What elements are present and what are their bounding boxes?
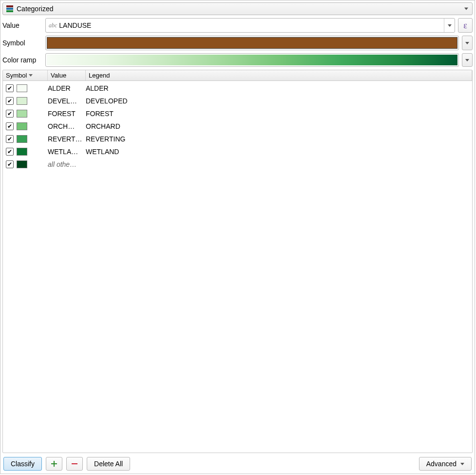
remove-button[interactable] [66, 457, 83, 471]
category-swatch[interactable] [17, 84, 27, 92]
symbol-swatch-button[interactable] [45, 36, 459, 50]
visibility-checkbox[interactable]: ✔ [6, 122, 14, 130]
expression-button[interactable]: ε [458, 18, 473, 33]
category-swatch[interactable] [17, 160, 27, 168]
symbology-panel: Categorized Value abc LANDUSE ε Symbol C… [0, 0, 475, 474]
category-legend[interactable]: ALDER [86, 84, 472, 92]
renderer-mode-dropdown[interactable]: Categorized [2, 2, 473, 15]
add-button[interactable] [46, 457, 62, 471]
table-row[interactable]: ✔WETLA…WETLAND [3, 145, 472, 158]
header-legend[interactable]: Legend [86, 70, 472, 80]
category-swatch[interactable] [17, 122, 27, 130]
delete-all-button[interactable]: Delete All [87, 457, 130, 471]
colorramp-label: Color ramp [2, 56, 42, 64]
category-value[interactable]: ORCH… [48, 122, 86, 130]
category-legend[interactable]: DEVELOPED [86, 97, 472, 105]
category-legend[interactable]: FOREST [86, 110, 472, 118]
sort-indicator-icon [29, 74, 33, 77]
category-swatch[interactable] [17, 135, 27, 143]
chevron-down-icon[interactable] [444, 19, 455, 32]
table-header: Symbol Value Legend [3, 70, 472, 81]
visibility-checkbox[interactable]: ✔ [6, 135, 14, 143]
category-value[interactable]: WETLA… [48, 148, 86, 156]
category-value[interactable]: ALDER [48, 84, 86, 92]
visibility-checkbox[interactable]: ✔ [6, 84, 14, 92]
chevron-down-icon [460, 463, 464, 465]
category-value[interactable]: FOREST [48, 110, 86, 118]
symbol-label: Symbol [2, 39, 42, 47]
category-legend[interactable]: ORCHARD [86, 122, 472, 130]
svg-rect-0 [6, 5, 13, 7]
colorramp-options-dropdown[interactable] [462, 53, 473, 67]
value-field-text: LANDUSE [59, 21, 444, 29]
symbol-color-preview [47, 37, 457, 49]
header-symbol[interactable]: Symbol [3, 70, 48, 80]
svg-rect-2 [6, 10, 13, 12]
value-row: Value abc LANDUSE ε [2, 18, 473, 33]
symbol-options-dropdown[interactable] [462, 36, 473, 50]
category-value[interactable]: DEVEL… [48, 97, 86, 105]
category-legend[interactable]: REVERTING [86, 135, 472, 143]
chevron-down-icon [464, 8, 468, 10]
table-body: ✔ALDERALDER✔DEVEL…DEVELOPED✔FORESTFOREST… [3, 81, 472, 453]
category-swatch[interactable] [17, 110, 27, 118]
table-row[interactable]: ✔ALDERALDER [3, 82, 472, 95]
table-row[interactable]: ✔all othe… [3, 158, 472, 171]
category-value[interactable]: all othe… [48, 160, 86, 168]
colorramp-button[interactable] [45, 53, 459, 67]
category-legend[interactable]: WETLAND [86, 148, 472, 156]
value-label: Value [2, 21, 42, 29]
table-row[interactable]: ✔REVERT…REVERTING [3, 133, 472, 145]
svg-rect-1 [6, 8, 13, 10]
category-value[interactable]: REVERT… [48, 135, 86, 143]
classify-button[interactable]: Classify [3, 457, 42, 471]
table-row[interactable]: ✔DEVEL…DEVELOPED [3, 95, 472, 107]
visibility-checkbox[interactable]: ✔ [6, 160, 14, 168]
renderer-mode-label: Categorized [17, 5, 54, 13]
categories-table: Symbol Value Legend ✔ALDERALDER✔DEVEL…DE… [2, 70, 473, 453]
category-swatch[interactable] [17, 148, 27, 156]
symbol-row: Symbol [2, 36, 473, 50]
colorramp-row: Color ramp [2, 53, 473, 67]
header-value[interactable]: Value [48, 70, 86, 80]
value-field-combo[interactable]: abc LANDUSE [45, 18, 455, 33]
text-field-icon: abc [49, 22, 57, 29]
button-bar: Classify Delete All Advanced [2, 456, 473, 472]
table-row[interactable]: ✔FORESTFOREST [3, 107, 472, 120]
advanced-button[interactable]: Advanced [419, 457, 472, 471]
categorized-icon [6, 5, 14, 13]
visibility-checkbox[interactable]: ✔ [6, 148, 14, 156]
category-swatch[interactable] [17, 97, 27, 105]
visibility-checkbox[interactable]: ✔ [6, 97, 14, 105]
table-row[interactable]: ✔ORCH…ORCHARD [3, 120, 472, 133]
colorramp-preview [47, 55, 457, 65]
visibility-checkbox[interactable]: ✔ [6, 110, 14, 118]
